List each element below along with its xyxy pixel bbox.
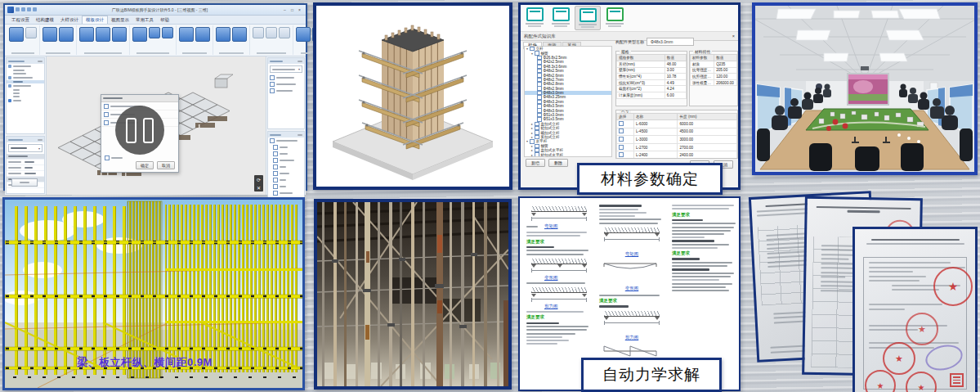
ribbon-group <box>7 25 40 55</box>
tree-group[interactable]: 轮扣式水平杆 <box>525 152 611 156</box>
component-item[interactable] <box>268 170 304 177</box>
spec-row[interactable]: 壁厚(mm)3.00 <box>617 67 687 74</box>
size-row[interactable]: L-60006000.00 <box>617 120 737 128</box>
material-row[interactable]: 弹性模量…206000.00 <box>691 79 737 86</box>
dialog-cancel-button[interactable]: 取消 <box>157 161 175 169</box>
component-item[interactable] <box>268 157 304 164</box>
display-item[interactable] <box>268 81 304 88</box>
maximize-button[interactable]: □ <box>289 7 296 12</box>
property-row[interactable] <box>7 160 44 165</box>
model-viewport[interactable]: 确定 取消 ⟳✕ <box>47 56 266 195</box>
ribbon-button[interactable] <box>266 27 277 38</box>
window-controls[interactable]: –□× <box>281 7 303 12</box>
property-row[interactable] <box>7 165 44 171</box>
ribbon-button[interactable] <box>253 27 264 38</box>
toolbar <box>521 5 738 32</box>
display-item[interactable] <box>268 74 304 81</box>
size-row[interactable]: L-24002400.00 <box>617 151 737 159</box>
toolbar-item[interactable] <box>602 6 627 30</box>
spec-row[interactable]: 计算厚度(mm)6.00 <box>617 92 687 98</box>
ribbon-button[interactable] <box>232 27 247 42</box>
component-item[interactable] <box>268 151 304 157</box>
scaffold-photo-scene <box>317 202 508 386</box>
minimize-button[interactable]: – <box>281 7 289 12</box>
toolbar-item[interactable] <box>548 6 573 30</box>
component-item[interactable] <box>268 183 304 190</box>
property-type-select[interactable]: ▾ <box>8 144 43 152</box>
ribbon-group <box>130 25 177 55</box>
calc-column: 弯矩图 变形图 满足要求 剪力图 <box>599 203 665 368</box>
spec-group: 规格 规格参数数值 直径(mm)48.00 壁厚(mm)3.00 惯性矩(cm^… <box>615 51 687 106</box>
floor-select-dialog: 确定 取消 <box>101 94 179 173</box>
diagram-link[interactable]: 变形图 <box>625 286 639 291</box>
material-row[interactable]: 抗弯强度…205.00 <box>691 67 737 74</box>
size-row[interactable]: L-27002700.00 <box>617 143 737 151</box>
display-item[interactable] <box>268 88 304 94</box>
component-item[interactable] <box>268 177 304 183</box>
toolbar-item-active[interactable] <box>575 6 601 30</box>
viewport-nav-buttons[interactable]: ⟳✕ <box>254 175 263 191</box>
tab-active[interactable]: 模板设计 <box>82 16 108 24</box>
display-panel: ▾ <box>266 56 306 195</box>
material-tree: 立杆 钢管 Φ26.8x2.5mm Φ42x2.5mm Φ48.3x3.6mm … <box>524 46 612 157</box>
ribbon-button[interactable] <box>296 27 311 42</box>
dialog-ok-button[interactable]: 确定 <box>136 161 154 169</box>
property-row[interactable] <box>7 171 44 177</box>
ribbon-button[interactable] <box>9 27 24 42</box>
component-item[interactable] <box>268 190 304 196</box>
ribbon-button[interactable] <box>43 27 57 42</box>
ribbon-button[interactable] <box>79 27 94 42</box>
add-button[interactable]: 新增 <box>526 159 545 167</box>
ribbon-button[interactable] <box>179 27 194 42</box>
knowledge-base-icon <box>579 8 597 22</box>
view-tree-item[interactable] <box>7 98 44 103</box>
ribbon-button[interactable] <box>112 27 127 42</box>
apply-button[interactable] <box>11 178 38 187</box>
diagram-link[interactable]: 弯矩图 <box>544 223 558 229</box>
spec-row[interactable]: 直径(mm)48.00 <box>617 61 687 68</box>
pause-icon[interactable] <box>115 106 164 155</box>
spec-row[interactable]: 抵抗矩W(cm^3)4.49 <box>617 79 687 86</box>
diagram-link[interactable]: 剪力图 <box>625 335 639 340</box>
size-row[interactable]: L-30003000.00 <box>617 136 737 144</box>
ribbon-button[interactable] <box>59 27 74 42</box>
size-row[interactable]: L-45004500.00 <box>617 128 737 136</box>
diagram-link[interactable]: 弯矩图 <box>625 251 639 256</box>
ribbon-button[interactable] <box>132 27 147 42</box>
diagram-link[interactable]: 剪力图 <box>544 304 592 309</box>
tab[interactable]: 工程设置 <box>8 16 33 24</box>
check-pass-text: 满足要求 <box>526 239 592 245</box>
tab[interactable]: 帮助 <box>157 16 172 24</box>
ribbon-button[interactable] <box>96 27 110 42</box>
dialog-title: 构配件式知识库 <box>524 34 556 39</box>
ribbon-button[interactable] <box>195 27 210 42</box>
dialog-close-icon[interactable]: × <box>732 34 735 38</box>
ribbon-button[interactable] <box>162 27 173 38</box>
type-value-field[interactable]: Φ48x3.0mm <box>647 38 694 46</box>
spec-row[interactable]: 惯性矩(cm^4)10.78 <box>617 74 687 80</box>
component-item[interactable] <box>268 137 304 144</box>
check-pass-text: 满足要求 <box>599 298 665 304</box>
type-label: 构配件类型名称 <box>615 39 644 44</box>
ribbon-button[interactable] <box>149 27 160 38</box>
tab[interactable]: 结构建模 <box>33 16 57 24</box>
component-item[interactable] <box>268 164 304 170</box>
material-row[interactable]: 材质Q235 <box>691 61 737 68</box>
diagram-link[interactable]: 变形图 <box>544 275 592 281</box>
formwork-column-3d <box>316 6 509 187</box>
component-item[interactable] <box>268 144 304 151</box>
material-row[interactable]: 抗剪强度…120.00 <box>691 74 737 80</box>
delete-button[interactable]: 删除 <box>548 159 568 167</box>
ribbon-dropdown[interactable] <box>25 27 37 38</box>
close-button[interactable]: × <box>296 7 303 12</box>
tab[interactable]: 视图显示 <box>108 16 132 24</box>
ribbon-button[interactable] <box>279 27 290 38</box>
tab[interactable]: 大样设计 <box>57 16 82 24</box>
toolbar-item[interactable] <box>522 6 547 30</box>
ribbon-button[interactable] <box>216 27 230 42</box>
red-round-stamp-icon <box>933 267 973 306</box>
tab[interactable]: 常用工具 <box>132 16 157 24</box>
quick-access-toolbar[interactable] <box>16 7 38 12</box>
spec-row[interactable]: 截面积(cm^2)4.24 <box>617 86 687 92</box>
display-mode-select[interactable]: ▾ <box>270 65 302 73</box>
